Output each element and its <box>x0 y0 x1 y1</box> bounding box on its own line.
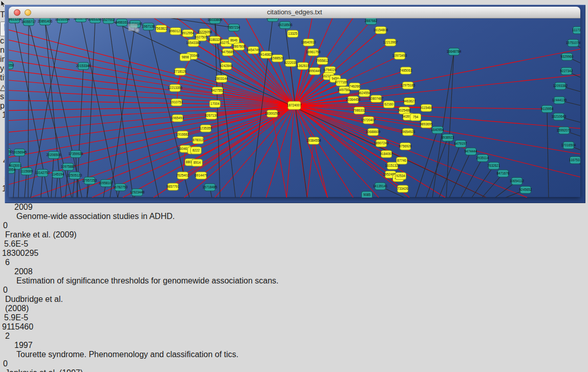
graph-edge[interactable] <box>272 114 287 198</box>
graph-node[interactable]: 19384554 <box>307 137 321 144</box>
graph-node[interactable]: 15751074 <box>566 39 580 47</box>
table-row[interactable]: 911546021997Tourette syndrome. Phenomeno… <box>0 322 588 372</box>
graph-edge[interactable] <box>446 52 454 198</box>
graph-node[interactable]: 8471676 <box>497 170 510 177</box>
graph-node[interactable]: 92534 <box>396 172 406 180</box>
zoom-window-icon[interactable] <box>35 9 42 16</box>
graph-node[interactable]: 9857791 <box>167 183 180 190</box>
graph-node[interactable]: 10973493 <box>393 52 407 59</box>
minimize-window-icon[interactable] <box>25 9 31 16</box>
graph-node[interactable]: 16210643 <box>552 113 567 120</box>
graph-node[interactable]: 878312 <box>192 137 204 144</box>
graph-edge[interactable] <box>9 49 294 105</box>
graph-node[interactable]: 2887682 <box>365 18 378 25</box>
graph-node[interactable]: 13325 <box>288 30 298 37</box>
graph-node[interactable]: 7955812 <box>316 57 329 64</box>
graph-node[interactable]: 1167533 <box>569 157 580 164</box>
graph-node[interactable]: 733426 <box>397 185 408 192</box>
graph-edge[interactable] <box>472 166 494 198</box>
graph-node[interactable]: 1235359 <box>200 125 212 132</box>
graph-node[interactable]: 9115460 <box>420 104 433 112</box>
graph-node[interactable]: 12213355 <box>168 84 183 92</box>
graph-node[interactable]: 15992071 <box>557 127 572 134</box>
graph-node[interactable]: 15720407 <box>361 117 376 124</box>
graph-node[interactable]: 6466161 <box>116 19 128 26</box>
graph-node[interactable]: 8454749 <box>247 47 260 54</box>
graph-node[interactable]: 7857234 <box>228 24 241 31</box>
graph-node[interactable]: 2718126 <box>174 68 187 75</box>
graph-edge[interactable] <box>25 171 27 198</box>
graph-node[interactable]: 1967138 <box>142 23 155 30</box>
graph-node[interactable]: 18907243 <box>374 140 389 147</box>
graph-node[interactable]: 16543382 <box>186 39 201 47</box>
graph-node[interactable]: 8427552 <box>211 87 224 94</box>
graph-node[interactable]: 19654923 <box>401 128 416 136</box>
graph-edge[interactable] <box>9 105 294 111</box>
graph-node[interactable]: 2935114 <box>476 155 489 162</box>
graph-node[interactable]: 18300295 <box>265 110 280 117</box>
graph-node[interactable]: 1527002 <box>102 18 115 24</box>
graph-node[interactable]: 12923448 <box>130 189 145 196</box>
graph-node[interactable]: 10975887 <box>61 163 76 170</box>
graph-node[interactable]: 17957253 <box>82 177 97 184</box>
graph-node[interactable]: 9184067 <box>380 150 393 158</box>
graph-edge[interactable] <box>426 138 448 198</box>
graph-node[interactable]: 8960123 <box>169 28 182 35</box>
graph-node[interactable]: 9475685 <box>222 49 234 56</box>
graph-node[interactable]: 20891406 <box>38 18 53 25</box>
graph-node[interactable]: 17016504 <box>561 142 576 149</box>
graph-edge[interactable] <box>110 24 135 198</box>
graph-node[interactable]: 18931704 <box>74 18 89 22</box>
graph-node[interactable]: 3624554 <box>358 90 371 97</box>
graph-node[interactable]: 2803144 <box>215 75 228 82</box>
graph-node[interactable]: 6479197 <box>454 140 467 147</box>
graph-node[interactable]: 9085 <box>362 191 373 198</box>
graph-node[interactable]: 7563822 <box>155 25 168 32</box>
graph-node[interactable]: 1916682 <box>177 131 189 138</box>
graph-node[interactable]: 7986332 <box>353 107 366 114</box>
graph-edge[interactable] <box>287 105 294 198</box>
graph-node[interactable]: 17004 <box>210 100 221 107</box>
graph-node[interactable]: 16648784 <box>447 48 462 55</box>
graph-node[interactable]: 15718485 <box>203 184 217 191</box>
graph-node[interactable]: 10688609 <box>366 128 381 136</box>
graph-node[interactable]: 12444139 <box>552 97 567 104</box>
graph-node[interactable]: 17359928 <box>69 150 83 158</box>
network-canvas-area[interactable]: 1872400719613204140557172089140616231054… <box>9 18 580 200</box>
graph-node[interactable]: 8912954 <box>182 30 194 37</box>
table-row[interactable]: 1830029562008Estimation of significance … <box>0 249 588 322</box>
graph-node[interactable]: 1640954 <box>431 126 444 134</box>
graph-node[interactable]: 754 <box>410 114 421 121</box>
graph-node[interactable]: 12505123 <box>68 172 82 179</box>
graph-node[interactable]: 10807487 <box>369 95 384 102</box>
graph-node[interactable]: 1965493 <box>171 115 184 122</box>
graph-node[interactable]: 746266 <box>349 83 360 90</box>
graph-node[interactable]: 6914479 <box>195 172 208 179</box>
graph-node[interactable]: 10654112 <box>510 178 524 185</box>
graph-node[interactable]: 16154808 <box>374 27 388 34</box>
graph-node[interactable]: 9463627 <box>403 98 416 105</box>
graph-node[interactable]: 1362615 <box>297 62 310 70</box>
graph-node[interactable]: 9242848 <box>220 62 233 70</box>
graph-node[interactable]: 9329960 <box>561 53 574 60</box>
graph-node[interactable]: 9898 <box>180 54 191 61</box>
graph-node[interactable]: 16231054 <box>55 18 70 23</box>
graph-node[interactable]: 8222 <box>191 147 202 154</box>
graph-node[interactable]: 7632621 <box>488 162 500 169</box>
graph-edge[interactable] <box>9 59 294 105</box>
graph-node[interactable]: 9245652 <box>519 186 532 193</box>
graph-node[interactable]: 8813054 <box>267 18 279 21</box>
graph-node[interactable]: 1588520 <box>271 55 284 62</box>
graph-node[interactable]: 16961758 <box>306 49 321 56</box>
graph-node[interactable]: 19218506 <box>278 21 293 29</box>
graph-node[interactable]: 9893695 <box>420 121 433 128</box>
graph-edge[interactable] <box>241 105 294 198</box>
graph-node[interactable]: 20364456 <box>346 96 361 103</box>
graph-node[interactable]: 3913954 <box>9 166 16 173</box>
graph-node[interactable]: 8222035 <box>285 59 297 67</box>
graph-node[interactable]: 1145194 <box>52 171 64 178</box>
graph-node[interactable]: 19156945 <box>12 149 27 156</box>
graph-edge[interactable] <box>416 130 438 198</box>
graph-node[interactable]: 8914 <box>192 159 203 166</box>
graph-node[interactable]: 14139141 <box>373 183 388 190</box>
